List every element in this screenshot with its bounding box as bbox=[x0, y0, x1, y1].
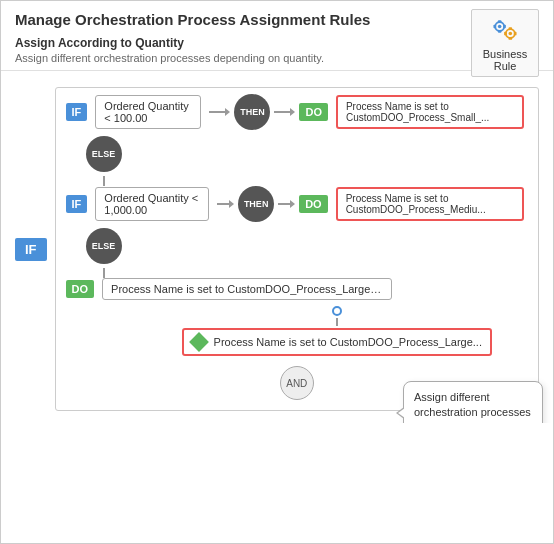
subheader-title: Assign According to Quantity bbox=[15, 36, 539, 50]
svg-rect-7 bbox=[503, 25, 506, 29]
connector-dot bbox=[332, 306, 342, 316]
else2-row: ELSE bbox=[86, 228, 528, 264]
canvas: IF IF Ordered Quantity < 100.00 THEN bbox=[1, 71, 553, 423]
tooltip-bubble: Assign different orchestration processes… bbox=[403, 381, 543, 423]
rule3-do-badge: DO bbox=[66, 280, 95, 298]
v-connector-1 bbox=[103, 176, 105, 186]
svg-rect-4 bbox=[498, 20, 502, 23]
rule1-condition[interactable]: Ordered Quantity < 100.00 bbox=[95, 95, 201, 129]
page-title: Manage Orchestration Process Assignment … bbox=[15, 11, 539, 28]
svg-rect-9 bbox=[509, 37, 513, 40]
outer-if-container: IF Ordered Quantity < 100.00 THEN bbox=[55, 87, 539, 411]
sub-action-box[interactable]: Process Name is set to CustomDOO_Process… bbox=[182, 328, 492, 356]
rule2-do-badge: DO bbox=[299, 195, 328, 213]
sub-action-area: Process Name is set to CustomDOO_Process… bbox=[146, 306, 528, 358]
rule1-row: IF Ordered Quantity < 100.00 THEN bbox=[66, 94, 528, 130]
svg-rect-10 bbox=[504, 32, 507, 36]
svg-point-3 bbox=[509, 32, 513, 36]
main-container: Manage Orchestration Process Assignment … bbox=[0, 0, 554, 544]
v-connector-3 bbox=[336, 318, 338, 326]
else1-row: ELSE bbox=[86, 136, 528, 172]
rule3-row: DO Process Name is set to CustomDOO_Proc… bbox=[66, 278, 528, 300]
svg-rect-5 bbox=[498, 30, 502, 33]
outer-if-badge: IF bbox=[15, 238, 47, 261]
svg-point-1 bbox=[498, 25, 502, 29]
business-rule-label: Business Rule bbox=[480, 48, 530, 72]
rule2-if-badge: IF bbox=[66, 195, 88, 213]
else1-badge: ELSE bbox=[86, 136, 122, 172]
rule3-action[interactable]: Process Name is set to CustomDOO_Process… bbox=[102, 278, 392, 300]
rule2-then-badge: THEN bbox=[238, 186, 274, 222]
outer-if-row: IF IF Ordered Quantity < 100.00 THEN bbox=[15, 87, 539, 411]
svg-rect-8 bbox=[509, 27, 513, 30]
rule1-action[interactable]: Process Name is set to CustomDOO_Process… bbox=[336, 95, 524, 129]
and-badge: AND bbox=[280, 366, 314, 400]
subheader-desc: Assign different orchestration processes… bbox=[15, 52, 539, 64]
svg-rect-11 bbox=[514, 32, 517, 36]
business-rule-svg bbox=[487, 14, 523, 46]
rule1-do-badge: DO bbox=[299, 103, 328, 121]
rule1-if-badge: IF bbox=[66, 103, 88, 121]
rule2-action[interactable]: Process Name is set to CustomDOO_Process… bbox=[336, 187, 524, 221]
svg-rect-6 bbox=[493, 25, 496, 29]
business-rule-icon: Business Rule bbox=[471, 9, 539, 77]
v-connector-2 bbox=[103, 268, 105, 278]
else2-badge: ELSE bbox=[86, 228, 122, 264]
diamond-icon bbox=[189, 332, 209, 352]
rule2-row: IF Ordered Quantity < 1,000.00 THEN bbox=[66, 186, 528, 222]
rule2-condition[interactable]: Ordered Quantity < 1,000.00 bbox=[95, 187, 209, 221]
header: Manage Orchestration Process Assignment … bbox=[1, 1, 553, 71]
rule1-then-badge: THEN bbox=[234, 94, 270, 130]
